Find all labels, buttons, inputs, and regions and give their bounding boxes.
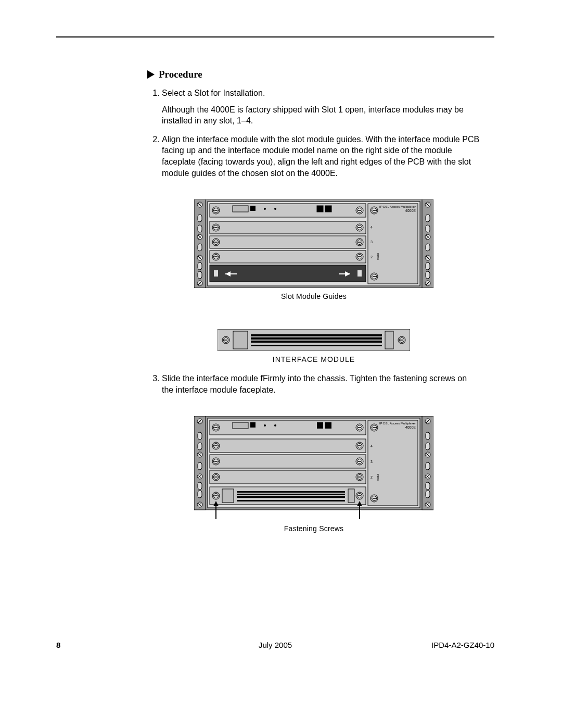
svg-rect-16: [317, 206, 323, 212]
interface-module-figure: [218, 329, 410, 351]
figure1-caption: Slot Module Guides: [147, 292, 480, 300]
svg-point-14: [264, 208, 266, 210]
svg-rect-65: [237, 494, 345, 495]
body-content: Procedure Select a Slot for Installation…: [147, 69, 480, 533]
svg-point-48: [274, 424, 276, 426]
step-3: Slide the interface module fFirmly into …: [162, 373, 480, 395]
svg-rect-58: [210, 439, 366, 453]
procedure-heading: Procedure: [159, 69, 202, 80]
svg-text:IP DSL Access Multiplexer: IP DSL Access Multiplexer: [379, 422, 416, 425]
svg-rect-66: [237, 496, 345, 498]
svg-rect-34: [233, 331, 248, 349]
svg-rect-67: [237, 500, 345, 501]
svg-rect-18: [368, 204, 418, 284]
svg-rect-28: [357, 270, 362, 277]
step-1-title: Select a Slot for Installation.: [162, 89, 265, 97]
svg-text:status: status: [376, 474, 379, 481]
step-1: Select a Slot for Installation. Although…: [162, 87, 480, 127]
svg-rect-36: [251, 334, 382, 336]
svg-text:2: 2: [371, 255, 373, 259]
svg-rect-59: [210, 455, 366, 468]
svg-rect-23: [210, 221, 366, 234]
svg-rect-38: [251, 341, 382, 343]
chassis-open-figure: IP DSL Access Multiplexer 4000E 4 3 2 st…: [194, 199, 433, 288]
svg-rect-50: [325, 422, 331, 429]
svg-rect-24: [210, 236, 366, 248]
svg-rect-12: [233, 206, 248, 212]
triangle-icon: [147, 70, 155, 79]
svg-rect-60: [210, 470, 366, 484]
svg-rect-35: [385, 331, 393, 349]
svg-text:4: 4: [371, 225, 373, 229]
svg-rect-27: [214, 270, 218, 277]
step-1-paragraph: Although the 4000E is factory shipped wi…: [162, 104, 480, 127]
footer-docid: IPD4-A2-GZ40-10: [431, 641, 494, 649]
brand-text: IP DSL Access Multiplexer: [379, 205, 416, 208]
figure3-caption: Fastening Screws: [147, 524, 480, 533]
figure2-caption: INTERFACE MODULE: [147, 355, 480, 363]
svg-rect-63: [348, 489, 354, 503]
svg-text:4: 4: [371, 444, 373, 448]
svg-rect-45: [233, 422, 248, 429]
svg-rect-51: [368, 420, 418, 506]
svg-text:status: status: [376, 253, 379, 260]
model-text: 4000E: [405, 209, 416, 212]
svg-text:3: 3: [371, 460, 373, 463]
svg-text:4000E: 4000E: [405, 425, 416, 429]
top-rule: [56, 36, 494, 37]
procedure-list: Select a Slot for Installation. Although…: [162, 87, 480, 179]
svg-rect-62: [222, 489, 234, 503]
chassis-installed-figure: IP DSL Access Multiplexer 4000E 4 3 2 st…: [194, 416, 433, 520]
step-2: Align the interface module with the slot…: [162, 134, 480, 179]
svg-rect-39: [251, 345, 382, 346]
svg-rect-49: [317, 422, 323, 429]
svg-rect-64: [237, 491, 345, 493]
footer-date: July 2005: [56, 641, 494, 649]
svg-rect-17: [325, 206, 331, 212]
svg-point-47: [264, 424, 266, 426]
svg-rect-37: [251, 337, 382, 340]
svg-point-15: [274, 208, 276, 210]
svg-rect-13: [250, 206, 256, 211]
svg-text:2: 2: [371, 475, 373, 479]
svg-rect-25: [210, 250, 366, 263]
svg-text:3: 3: [371, 240, 373, 244]
svg-rect-46: [250, 422, 256, 428]
